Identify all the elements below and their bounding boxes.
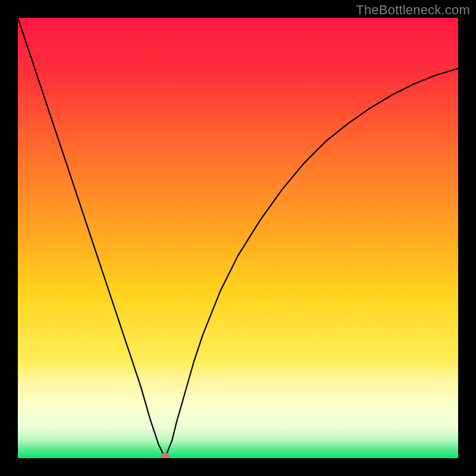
gradient-background [18,18,458,458]
watermark-text: TheBottleneck.com [356,2,470,18]
plot-svg [18,18,458,458]
chart-frame: TheBottleneck.com [0,0,476,476]
bottleneck-plot [18,18,458,458]
